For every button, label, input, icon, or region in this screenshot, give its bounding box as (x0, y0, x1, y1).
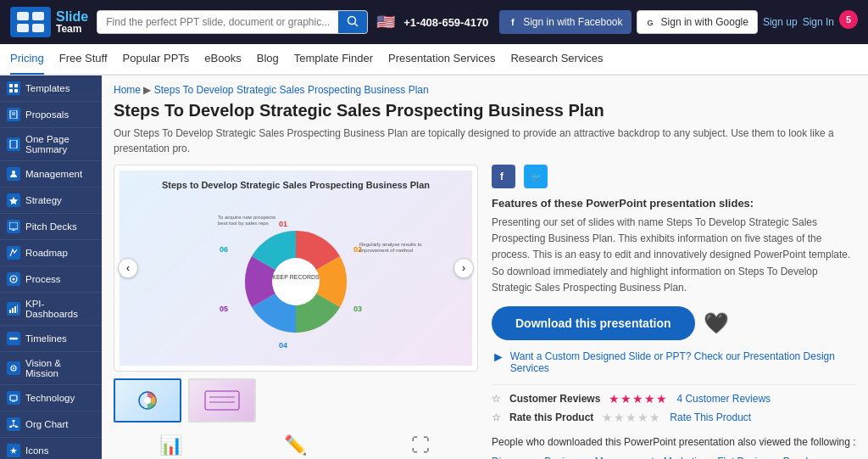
nav-presentation-services[interactable]: Presentation Services (388, 43, 495, 75)
sidebar-item-proposals[interactable]: Proposals (0, 102, 102, 128)
sidebar-item-pitch-decks[interactable]: Pitch Decks (0, 214, 102, 240)
signin-google-button[interactable]: G Sign in with Google (637, 10, 758, 34)
svg-text:06: 06 (220, 245, 228, 254)
search-button[interactable] (338, 11, 367, 33)
sidebar-item-one-page[interactable]: One Page Summary (0, 128, 102, 161)
svg-point-58 (272, 258, 320, 305)
sidebar-item-vision[interactable]: Vision & Mission (0, 352, 102, 385)
sidebar: Templates Proposals One Page Summary Man… (0, 76, 102, 459)
logo-icon (10, 7, 51, 37)
nav-research-services[interactable]: Research Services (510, 43, 603, 75)
svg-text:G: G (647, 19, 653, 27)
tag-diagrams[interactable]: Diagrams (492, 456, 535, 459)
proposals-icon (7, 108, 20, 121)
feature-google-slides: 📊 These PPT Slides are compatible with G… (114, 434, 228, 459)
search-bar[interactable] (97, 10, 368, 34)
sidebar-item-orgchart[interactable]: Org Chart (0, 411, 102, 438)
wishlist-button[interactable]: 🖤 (704, 311, 729, 335)
tag-marketing[interactable]: Marketing (664, 456, 709, 459)
tag-management[interactable]: Management (595, 456, 654, 459)
icons-icon (7, 444, 20, 457)
prev-button[interactable]: ‹ (118, 258, 138, 278)
flag-icon: 🇺🇸 (376, 13, 395, 31)
thumbnail-2[interactable] (188, 378, 256, 423)
sidebar-item-icons[interactable]: Icons (0, 438, 102, 459)
nav-ebooks[interactable]: eBooks (204, 43, 241, 75)
nav-popular-ppts[interactable]: Popular PPTs (123, 43, 190, 75)
svg-rect-9 (9, 84, 13, 87)
sidebar-item-management[interactable]: Management (0, 161, 102, 188)
custom-design-icon: ✏️ (238, 434, 353, 456)
svg-rect-26 (14, 306, 16, 313)
sidebar-label: Timelines (25, 333, 67, 344)
reviews-row: ☆ Customer Reviews ★★★★★ 4 Customer Revi… (492, 392, 856, 406)
roadmap-icon (7, 246, 20, 260)
header-top: Slide Team 🇺🇸 +1-408-659-4170 f Sign in … (0, 0, 868, 44)
right-column: f 🐦 Features of these PowerPoint present… (492, 165, 856, 459)
sidebar-item-templates[interactable]: Templates (0, 76, 102, 102)
breadcrumb: Home ▶ Steps To Develop Strategic Sales … (114, 84, 856, 96)
review-count[interactable]: 4 Customer Reviews (676, 393, 771, 405)
slide-content: Steps to Develop Strategic Sales Prospec… (162, 180, 430, 356)
svg-point-31 (15, 338, 18, 340)
svg-rect-25 (12, 308, 14, 313)
svg-rect-0 (17, 12, 29, 20)
svg-rect-2 (17, 24, 29, 32)
cart-button[interactable]: 5 (839, 10, 858, 29)
page-title: Steps To Develop Strategic Sales Prospec… (114, 101, 856, 120)
sidebar-label: Icons (25, 445, 49, 456)
logo-slide: Slide (56, 9, 88, 25)
nav-template-finder[interactable]: Template Finder (294, 43, 373, 75)
sidebar-item-technology[interactable]: Technology (0, 385, 102, 411)
rate-stars[interactable]: ★★★★★ (602, 411, 661, 424)
signin-fb-label: Sign in with Facebook (523, 16, 622, 28)
svg-text:03: 03 (353, 305, 362, 313)
management-icon (7, 167, 20, 181)
sidebar-label: Vision & Mission (25, 358, 95, 378)
nav-pricing[interactable]: Pricing (10, 43, 44, 75)
svg-rect-16 (10, 140, 17, 148)
sidebar-label: Management (25, 169, 82, 179)
rate-label: Rate this Product (509, 411, 593, 423)
download-button[interactable]: Download this presentation (492, 306, 695, 340)
logo-area[interactable]: Slide Team (10, 7, 88, 37)
custom-design-link[interactable]: Want a Custom Designed Slide or PPT? Che… (510, 350, 856, 374)
strategy-icon (7, 193, 20, 207)
svg-marker-18 (9, 197, 18, 204)
sidebar-item-timelines[interactable]: Timelines (0, 326, 102, 352)
breadcrumb-sep: ▶ (143, 84, 153, 96)
tag-flat-designs[interactable]: Flat Designs (717, 456, 774, 459)
thumbnail-1[interactable] (114, 378, 181, 423)
download-row: Download this presentation 🖤 (492, 306, 856, 340)
facebook-share-button[interactable]: f (492, 165, 515, 188)
svg-rect-27 (17, 305, 18, 313)
signin-button[interactable]: Sign In (803, 10, 834, 34)
sidebar-item-roadmap[interactable]: Roadmap (0, 240, 102, 266)
rate-product-link[interactable]: Rate This Product (670, 411, 751, 423)
signup-button[interactable]: Sign up (763, 10, 798, 34)
sidebar-label: Roadmap (25, 248, 68, 258)
also-viewed: People who downloaded this PowerPoint pr… (492, 434, 856, 450)
svg-text:f: f (511, 17, 515, 27)
svg-point-17 (12, 171, 15, 174)
sidebar-item-process[interactable]: Process (0, 266, 102, 293)
widescreen-icon: ⛶ (364, 434, 478, 456)
nav-blog[interactable]: Blog (257, 43, 279, 75)
next-button[interactable]: › (453, 258, 474, 278)
breadcrumb-current[interactable]: Steps To Develop Strategic Sales Prospec… (154, 84, 429, 96)
svg-point-30 (13, 338, 15, 340)
signin-facebook-button[interactable]: f Sign in with Facebook (499, 10, 631, 34)
search-input[interactable] (97, 11, 338, 33)
sidebar-item-kpi[interactable]: KPI-Dashboards (0, 293, 102, 326)
twitter-share-button[interactable]: 🐦 (524, 165, 548, 188)
svg-point-33 (13, 367, 14, 369)
breadcrumb-home[interactable]: Home (114, 84, 141, 96)
process-icon (7, 272, 20, 286)
nav-free-stuff[interactable]: Free Stuff (59, 43, 108, 75)
tag-puzzles[interactable]: Puzzles (783, 456, 819, 459)
tag-business[interactable]: Business (544, 456, 586, 459)
sidebar-item-strategy[interactable]: Strategy (0, 188, 102, 214)
custom-link-area: ► Want a Custom Designed Slide or PPT? C… (492, 350, 856, 374)
one-page-icon (7, 137, 20, 151)
sidebar-label: Technology (25, 393, 75, 403)
